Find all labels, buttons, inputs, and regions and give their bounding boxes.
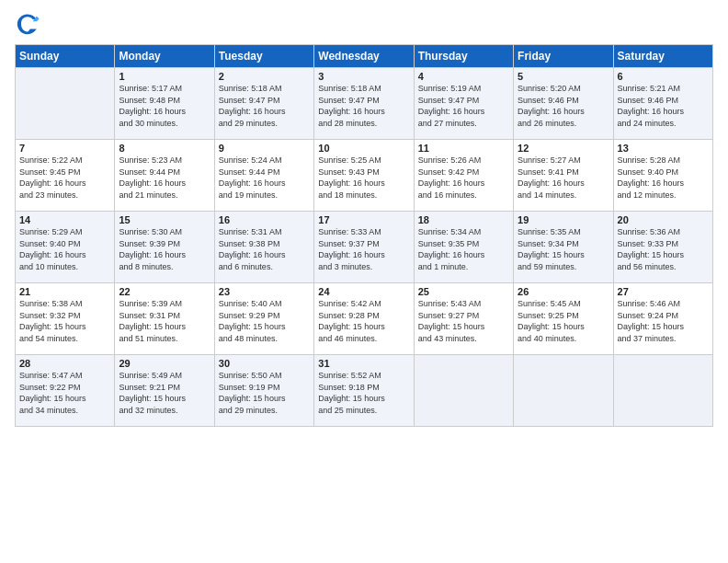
calendar-cell: 11Sunrise: 5:26 AMSunset: 9:42 PMDayligh… [414, 140, 513, 212]
day-info: Sunrise: 5:31 AMSunset: 9:38 PMDaylight:… [219, 226, 310, 272]
calendar-cell: 14Sunrise: 5:29 AMSunset: 9:40 PMDayligh… [16, 212, 115, 283]
day-number: 24 [318, 286, 409, 297]
day-info: Sunrise: 5:30 AMSunset: 9:39 PMDaylight:… [119, 226, 210, 272]
calendar-cell [16, 68, 115, 140]
day-info: Sunrise: 5:45 AMSunset: 9:25 PMDaylight:… [518, 298, 609, 344]
day-number: 10 [318, 143, 409, 154]
calendar-cell: 3Sunrise: 5:18 AMSunset: 9:47 PMDaylight… [314, 68, 414, 140]
day-info: Sunrise: 5:26 AMSunset: 9:42 PMDaylight:… [418, 155, 509, 201]
day-number: 18 [418, 214, 509, 225]
calendar-cell: 9Sunrise: 5:24 AMSunset: 9:44 PMDaylight… [214, 140, 313, 212]
day-number: 26 [518, 286, 609, 297]
calendar-cell: 7Sunrise: 5:22 AMSunset: 9:45 PMDaylight… [16, 140, 115, 212]
calendar-cell: 16Sunrise: 5:31 AMSunset: 9:38 PMDayligh… [214, 212, 313, 283]
weekday-header-thursday: Thursday [414, 45, 513, 68]
calendar-cell: 6Sunrise: 5:21 AMSunset: 9:46 PMDaylight… [613, 68, 712, 140]
week-row-4: 21Sunrise: 5:38 AMSunset: 9:32 PMDayligh… [16, 283, 713, 355]
calendar-cell: 5Sunrise: 5:20 AMSunset: 9:46 PMDaylight… [514, 68, 613, 140]
day-number: 30 [219, 358, 310, 369]
day-info: Sunrise: 5:49 AMSunset: 9:21 PMDaylight:… [119, 370, 210, 416]
day-number: 28 [19, 358, 110, 369]
day-info: Sunrise: 5:35 AMSunset: 9:34 PMDaylight:… [518, 226, 609, 272]
day-number: 22 [119, 286, 210, 297]
day-number: 5 [518, 71, 609, 82]
day-info: Sunrise: 5:42 AMSunset: 9:28 PMDaylight:… [318, 298, 409, 344]
week-row-2: 7Sunrise: 5:22 AMSunset: 9:45 PMDaylight… [16, 140, 713, 212]
day-info: Sunrise: 5:40 AMSunset: 9:29 PMDaylight:… [219, 298, 310, 344]
week-row-3: 14Sunrise: 5:29 AMSunset: 9:40 PMDayligh… [16, 212, 713, 283]
header [15, 11, 713, 37]
weekday-header-sunday: Sunday [16, 45, 115, 68]
day-number: 23 [219, 286, 310, 297]
calendar-cell [613, 355, 712, 427]
calendar-cell: 20Sunrise: 5:36 AMSunset: 9:33 PMDayligh… [613, 212, 712, 283]
day-info: Sunrise: 5:27 AMSunset: 9:41 PMDaylight:… [518, 155, 609, 201]
calendar-cell: 10Sunrise: 5:25 AMSunset: 9:43 PMDayligh… [314, 140, 414, 212]
day-number: 2 [219, 71, 310, 82]
calendar-cell: 23Sunrise: 5:40 AMSunset: 9:29 PMDayligh… [214, 283, 313, 355]
day-info: Sunrise: 5:34 AMSunset: 9:35 PMDaylight:… [418, 226, 509, 272]
weekday-header-saturday: Saturday [613, 45, 712, 68]
day-number: 7 [19, 143, 110, 154]
day-number: 14 [19, 214, 110, 225]
calendar-table: SundayMondayTuesdayWednesdayThursdayFrid… [15, 44, 713, 427]
day-number: 29 [119, 358, 210, 369]
weekday-header-monday: Monday [115, 45, 214, 68]
calendar-cell: 18Sunrise: 5:34 AMSunset: 9:35 PMDayligh… [414, 212, 513, 283]
calendar-cell: 24Sunrise: 5:42 AMSunset: 9:28 PMDayligh… [314, 283, 414, 355]
weekday-header-tuesday: Tuesday [214, 45, 313, 68]
day-info: Sunrise: 5:47 AMSunset: 9:22 PMDaylight:… [19, 370, 110, 416]
day-info: Sunrise: 5:50 AMSunset: 9:19 PMDaylight:… [219, 370, 310, 416]
weekday-header-wednesday: Wednesday [314, 45, 414, 68]
page-container: SundayMondayTuesdayWednesdayThursdayFrid… [0, 0, 728, 563]
calendar-cell: 8Sunrise: 5:23 AMSunset: 9:44 PMDaylight… [115, 140, 214, 212]
calendar-cell: 30Sunrise: 5:50 AMSunset: 9:19 PMDayligh… [214, 355, 313, 427]
calendar-cell: 2Sunrise: 5:18 AMSunset: 9:47 PMDaylight… [214, 68, 313, 140]
day-number: 13 [618, 143, 709, 154]
calendar-cell: 28Sunrise: 5:47 AMSunset: 9:22 PMDayligh… [16, 355, 115, 427]
day-info: Sunrise: 5:36 AMSunset: 9:33 PMDaylight:… [618, 226, 709, 272]
calendar-cell: 26Sunrise: 5:45 AMSunset: 9:25 PMDayligh… [514, 283, 613, 355]
calendar-cell: 29Sunrise: 5:49 AMSunset: 9:21 PMDayligh… [115, 355, 214, 427]
calendar-cell: 15Sunrise: 5:30 AMSunset: 9:39 PMDayligh… [115, 212, 214, 283]
day-info: Sunrise: 5:23 AMSunset: 9:44 PMDaylight:… [119, 155, 210, 201]
calendar-cell: 27Sunrise: 5:46 AMSunset: 9:24 PMDayligh… [613, 283, 712, 355]
day-info: Sunrise: 5:25 AMSunset: 9:43 PMDaylight:… [318, 155, 409, 201]
day-number: 27 [618, 286, 709, 297]
day-info: Sunrise: 5:39 AMSunset: 9:31 PMDaylight:… [119, 298, 210, 344]
day-info: Sunrise: 5:22 AMSunset: 9:45 PMDaylight:… [19, 155, 110, 201]
day-info: Sunrise: 5:19 AMSunset: 9:47 PMDaylight:… [418, 83, 509, 129]
day-info: Sunrise: 5:38 AMSunset: 9:32 PMDaylight:… [19, 298, 110, 344]
calendar-cell [414, 355, 513, 427]
day-info: Sunrise: 5:46 AMSunset: 9:24 PMDaylight:… [618, 298, 709, 344]
logo [15, 11, 44, 37]
day-info: Sunrise: 5:17 AMSunset: 9:48 PMDaylight:… [119, 83, 210, 129]
day-info: Sunrise: 5:29 AMSunset: 9:40 PMDaylight:… [19, 226, 110, 272]
day-info: Sunrise: 5:33 AMSunset: 9:37 PMDaylight:… [318, 226, 409, 272]
weekday-header-friday: Friday [514, 45, 613, 68]
day-number: 9 [219, 143, 310, 154]
day-number: 6 [618, 71, 709, 82]
day-number: 19 [518, 214, 609, 225]
day-number: 3 [318, 71, 409, 82]
calendar-cell: 1Sunrise: 5:17 AMSunset: 9:48 PMDaylight… [115, 68, 214, 140]
day-info: Sunrise: 5:21 AMSunset: 9:46 PMDaylight:… [618, 83, 709, 129]
day-info: Sunrise: 5:18 AMSunset: 9:47 PMDaylight:… [318, 83, 409, 129]
day-number: 11 [418, 143, 509, 154]
day-number: 4 [418, 71, 509, 82]
day-info: Sunrise: 5:28 AMSunset: 9:40 PMDaylight:… [618, 155, 709, 201]
calendar-cell [514, 355, 613, 427]
day-info: Sunrise: 5:20 AMSunset: 9:46 PMDaylight:… [518, 83, 609, 129]
weekday-header-row: SundayMondayTuesdayWednesdayThursdayFrid… [16, 45, 713, 68]
calendar-cell: 21Sunrise: 5:38 AMSunset: 9:32 PMDayligh… [16, 283, 115, 355]
calendar-cell: 31Sunrise: 5:52 AMSunset: 9:18 PMDayligh… [314, 355, 414, 427]
calendar-cell: 19Sunrise: 5:35 AMSunset: 9:34 PMDayligh… [514, 212, 613, 283]
calendar-cell: 12Sunrise: 5:27 AMSunset: 9:41 PMDayligh… [514, 140, 613, 212]
day-info: Sunrise: 5:43 AMSunset: 9:27 PMDaylight:… [418, 298, 509, 344]
day-number: 25 [418, 286, 509, 297]
day-number: 21 [19, 286, 110, 297]
logo-icon [15, 11, 40, 37]
calendar-cell: 13Sunrise: 5:28 AMSunset: 9:40 PMDayligh… [613, 140, 712, 212]
day-info: Sunrise: 5:18 AMSunset: 9:47 PMDaylight:… [219, 83, 310, 129]
calendar-cell: 17Sunrise: 5:33 AMSunset: 9:37 PMDayligh… [314, 212, 414, 283]
